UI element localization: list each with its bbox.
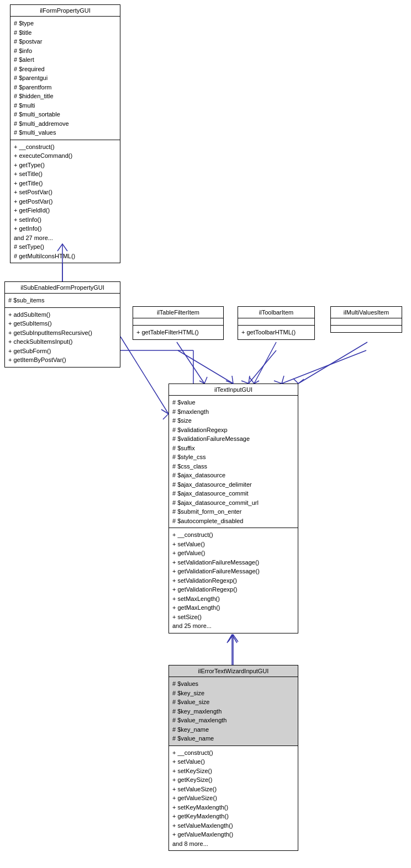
methods-ilTableFilterItem: + getTableFilterHTML() [133,325,223,339]
fields-ilSubEnabledFormPropertyGUI: # $sub_items [5,293,120,307]
title-ilToolbarItem: ilToolbarItem [238,307,314,318]
title-ilMultiValuesItem: ilMultiValuesItem [331,307,402,318]
svg-line-11 [178,350,233,384]
svg-line-12 [249,350,276,384]
box-ilTextInputGUI: ilTextInputGUI # $value # $maxlength # $… [168,384,298,633]
title-ilTableFilterItem: ilTableFilterItem [133,307,223,318]
box-ilFormPropertyGUI: ilFormPropertyGUI # $type # $title # $po… [10,4,120,263]
title-ilTextInputGUI: ilTextInputGUI [169,384,298,395]
methods-ilFormPropertyGUI: + __construct() + executeCommand() + get… [10,140,120,263]
svg-line-6 [254,342,276,384]
box-ilErrorTextWizardInputGUI: ilErrorTextWizardInputGUI # $values # $k… [168,665,298,851]
fields-ilErrorTextWizardInputGUI: # $values # $key_size # $value_size # $k… [169,677,298,745]
methods-ilMultiValuesItem [331,325,402,332]
title-ilSubEnabledFormPropertyGUI: ilSubEnabledFormPropertyGUI [5,282,120,293]
title-ilFormPropertyGUI: ilFormPropertyGUI [10,5,120,16]
box-ilMultiValuesItem: ilMultiValuesItem [330,306,402,333]
svg-line-13 [282,350,366,384]
fields-ilTableFilterItem [133,318,223,325]
title-ilErrorTextWizardInputGUI: ilErrorTextWizardInputGUI [169,665,298,677]
fields-ilFormPropertyGUI: # $type # $title # $postvar # $info # $a… [10,16,120,140]
svg-line-5 [177,342,204,384]
methods-ilErrorTextWizardInputGUI: + __construct() + setValue() + setKeySiz… [169,745,298,851]
methods-ilToolbarItem: + getToolbarHTML() [238,325,314,339]
fields-ilMultiValuesItem [331,318,402,325]
fields-ilTextInputGUI: # $value # $maxlength # $size # $validat… [169,395,298,528]
box-ilTableFilterItem: ilTableFilterItem + getTableFilterHTML() [133,306,224,340]
methods-ilTextInputGUI: + __construct() + setValue() + getValue(… [169,528,298,633]
fields-ilToolbarItem [238,318,314,325]
svg-line-7 [298,342,367,384]
diagram-container: ilFormPropertyGUI # $type # $title # $po… [0,0,411,868]
svg-line-14 [120,337,168,414]
box-ilToolbarItem: ilToolbarItem + getToolbarHTML() [238,306,315,340]
methods-ilSubEnabledFormPropertyGUI: + addSubItem() + getSubItems() + getSubI… [5,307,120,367]
box-ilSubEnabledFormPropertyGUI: ilSubEnabledFormPropertyGUI # $sub_items… [4,281,120,368]
